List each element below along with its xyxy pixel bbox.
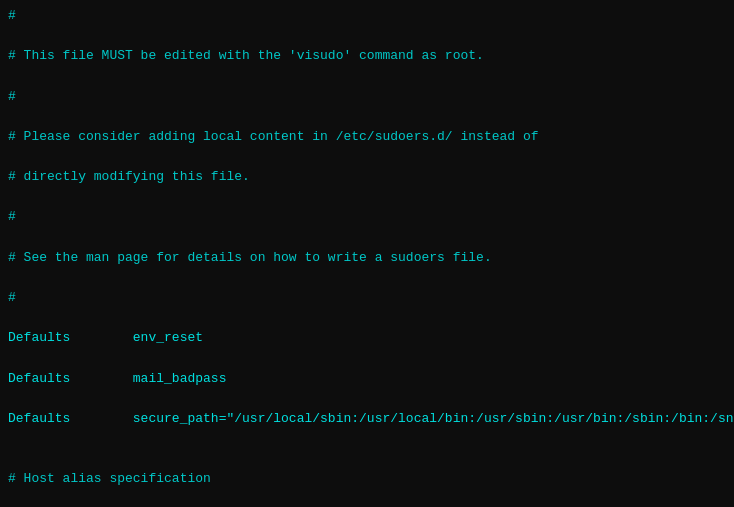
terminal-line-1: # This file MUST be edited with the 'vis… <box>8 46 726 66</box>
terminal-line-8: Defaults env_reset <box>8 328 726 348</box>
terminal-line-0: # <box>8 6 726 26</box>
terminal-window: # # This file MUST be edited with the 'v… <box>0 0 734 507</box>
terminal-line-10: Defaults secure_path="/usr/local/sbin:/u… <box>8 409 726 429</box>
terminal-line-9: Defaults mail_badpass <box>8 369 726 389</box>
terminal-line-4: # directly modifying this file. <box>8 167 726 187</box>
terminal-line-5: # <box>8 207 726 227</box>
terminal-line-7: # <box>8 288 726 308</box>
terminal-line-2: # <box>8 87 726 107</box>
terminal-line-12: # Host alias specification <box>8 469 726 489</box>
terminal-line-3: # Please consider adding local content i… <box>8 127 726 147</box>
terminal-line-6: # See the man page for details on how to… <box>8 248 726 268</box>
